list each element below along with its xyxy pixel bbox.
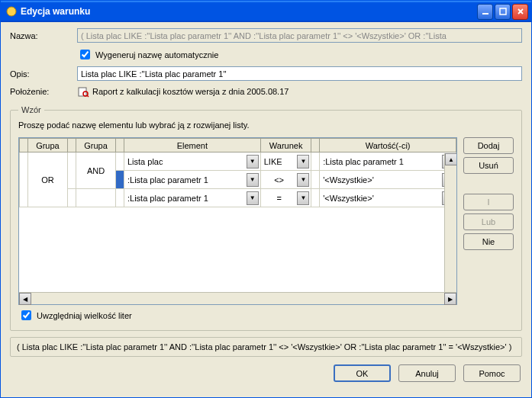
- wartosc-select[interactable]: :Lista plac parametr 1▼: [320, 153, 456, 170]
- horizontal-scrollbar[interactable]: ◀ ▶: [19, 292, 456, 304]
- scroll-left-icon[interactable]: ◀: [19, 293, 31, 305]
- group-inner[interactable]: AND: [76, 152, 115, 189]
- row-handle[interactable]: [116, 152, 124, 171]
- chevron-down-icon[interactable]: ▼: [297, 191, 309, 205]
- chevron-down-icon[interactable]: ▼: [247, 191, 259, 205]
- name-input: [77, 28, 522, 43]
- element-select[interactable]: Lista plac▼: [124, 153, 260, 170]
- case-sensitive-checkbox[interactable]: [21, 310, 31, 320]
- conditions-grid: Grupa Grupa Element Warunek Wartość(-ci): [18, 137, 457, 305]
- location-label: Położenie:: [10, 87, 77, 96]
- group-outer[interactable]: OR: [27, 152, 67, 207]
- name-label: Nazwa:: [10, 31, 77, 40]
- expression-summary: ( Lista plac LIKE :''Lista plac parametr…: [10, 337, 522, 357]
- cancel-button[interactable]: Anuluj: [398, 364, 456, 382]
- minimize-button[interactable]: [477, 4, 493, 20]
- app-icon: [5, 5, 18, 18]
- svg-point-0: [7, 7, 16, 16]
- row-handle[interactable]: [311, 189, 320, 207]
- dialog-window: Edycja warunku Nazwa: Wygeneruj nazwę: [0, 0, 532, 398]
- svg-line-7: [87, 95, 89, 97]
- desc-input[interactable]: [77, 66, 522, 81]
- row-handle[interactable]: [68, 189, 76, 207]
- vertical-scrollbar[interactable]: ▲: [444, 153, 456, 292]
- nie-button[interactable]: Nie: [463, 233, 514, 250]
- wartosc-select[interactable]: '<Wszystkie>'▼: [320, 172, 456, 188]
- maximize-button[interactable]: [495, 4, 511, 20]
- chevron-down-icon[interactable]: ▼: [247, 173, 259, 187]
- svg-rect-1: [482, 13, 488, 14]
- close-button[interactable]: [512, 4, 528, 20]
- row-handle[interactable]: [311, 171, 320, 189]
- row-handle[interactable]: [311, 152, 320, 171]
- auto-name-label: Wygeneruj nazwę automatycznie: [95, 50, 218, 59]
- location-value: Raport z kalkulacji kosztów wersja z dni…: [92, 87, 289, 96]
- warunek-select[interactable]: LIKE▼: [261, 153, 311, 170]
- dialog-content: Nazwa: Wygeneruj nazwę automatycznie Opi…: [1, 22, 531, 397]
- auto-name-checkbox[interactable]: [80, 50, 90, 59]
- case-sensitive-label: Uwzględniaj wielkość liter: [37, 311, 132, 320]
- usun-button[interactable]: Usuń: [463, 157, 514, 174]
- col-warunek[interactable]: Warunek: [260, 139, 311, 152]
- chevron-down-icon[interactable]: ▼: [297, 155, 309, 169]
- svg-rect-2: [500, 8, 506, 14]
- pattern-prompt: Proszę podać nazwę elementu lub wybrać j…: [18, 120, 514, 130]
- element-select[interactable]: :Lista plac parametr 1▼: [124, 190, 260, 207]
- report-icon: [77, 85, 89, 98]
- window-title: Edycja warunku: [21, 6, 477, 17]
- element-select[interactable]: :Lista plac parametr 1▼: [124, 172, 260, 188]
- col-wartosc[interactable]: Wartość(-ci): [320, 139, 456, 152]
- warunek-select[interactable]: <>▼: [261, 172, 311, 188]
- scroll-right-icon[interactable]: ▶: [444, 293, 456, 305]
- group-empty[interactable]: [76, 189, 115, 207]
- row-handle[interactable]: [68, 152, 76, 189]
- chevron-down-icon[interactable]: ▼: [297, 173, 309, 187]
- scroll-up-icon[interactable]: ▲: [445, 153, 456, 165]
- col-grupa-1[interactable]: Grupa: [27, 139, 67, 152]
- i-button[interactable]: I: [463, 194, 514, 210]
- row-handle[interactable]: [116, 189, 124, 207]
- col-grupa-2[interactable]: Grupa: [76, 139, 115, 152]
- ok-button[interactable]: OK: [334, 364, 391, 382]
- row-handle[interactable]: [116, 171, 124, 189]
- warunek-select[interactable]: =▼: [261, 190, 311, 207]
- col-element[interactable]: Element: [124, 139, 261, 152]
- row-handle[interactable]: [20, 152, 28, 207]
- chevron-down-icon[interactable]: ▼: [247, 155, 259, 169]
- pattern-fieldset: Wzór Proszę podać nazwę elementu lub wyb…: [10, 105, 522, 331]
- wartosc-select[interactable]: '<Wszystkie>'▼: [320, 190, 456, 207]
- pattern-legend: Wzór: [18, 105, 44, 114]
- help-button[interactable]: Pomoc: [463, 364, 521, 382]
- lub-button[interactable]: Lub: [463, 213, 514, 230]
- desc-label: Opis:: [10, 69, 77, 79]
- titlebar: Edycja warunku: [1, 1, 531, 22]
- dodaj-button[interactable]: Dodaj: [463, 137, 514, 154]
